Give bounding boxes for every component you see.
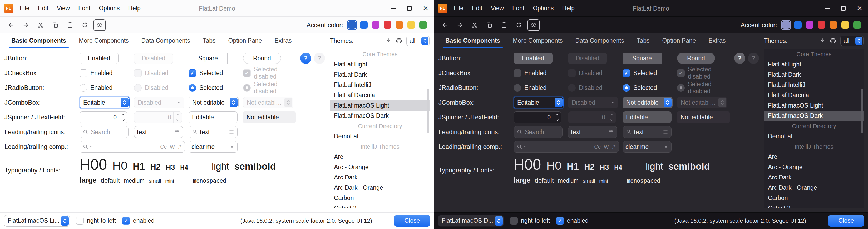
refresh-button[interactable] (79, 19, 91, 31)
menu-item[interactable]: Options (529, 0, 558, 16)
combobox-not-editable[interactable]: Not editable (189, 97, 239, 108)
clearable-input[interactable] (191, 143, 227, 150)
user-field[interactable] (623, 126, 672, 138)
close-window-button[interactable]: ✕ (851, 0, 868, 16)
download-theme-button[interactable] (385, 38, 392, 44)
back-button[interactable] (439, 19, 451, 31)
maximize-button[interactable] (401, 0, 417, 16)
menu-item[interactable]: Help (124, 0, 145, 16)
theme-list-item[interactable]: Cobalt 2 (764, 203, 864, 208)
right-to-left-checkbox[interactable]: ✓ right-to-left (76, 217, 116, 225)
theme-list-item[interactable]: DemoLaf (330, 131, 430, 142)
theme-list-item[interactable]: Core Themes (764, 49, 864, 59)
clearable-field[interactable] (189, 141, 238, 152)
search-input[interactable] (91, 128, 126, 136)
theme-list-item[interactable]: DemoLaf (764, 131, 864, 142)
theme-list-item[interactable]: FlatLaf macOS Light (330, 101, 430, 111)
tab[interactable]: Data Components (569, 33, 630, 48)
spinner[interactable] (514, 112, 561, 123)
accent-color-swatch[interactable] (794, 21, 802, 29)
square-button[interactable]: Square (189, 53, 227, 64)
menu-item[interactable]: Font (74, 0, 95, 16)
theme-list-item[interactable]: Arc (330, 152, 430, 162)
radio-selected[interactable]: Selected (623, 84, 657, 92)
user-input[interactable] (200, 128, 226, 136)
regex-toggle[interactable]: .* (612, 144, 616, 150)
chevron-up-down-icon[interactable] (121, 98, 128, 107)
paste-button[interactable] (498, 19, 510, 31)
menu-item[interactable]: File (450, 0, 468, 16)
accent-color-swatch[interactable] (419, 21, 427, 29)
theme-list-item[interactable]: Carbon (764, 193, 864, 203)
theme-list-item[interactable]: Arc - Orange (764, 162, 864, 172)
spinner[interactable] (80, 112, 127, 123)
menu-item[interactable]: Font (508, 0, 529, 16)
combobox-editable-input[interactable] (80, 99, 121, 106)
theme-list-item[interactable]: FlatLaf macOS Dark (764, 111, 864, 121)
forward-button[interactable] (454, 19, 466, 31)
scrollbar-thumb[interactable] (861, 89, 863, 133)
accent-color-swatch[interactable] (348, 21, 356, 29)
accent-color-swatch[interactable] (806, 21, 813, 29)
close-app-button[interactable]: Close (828, 215, 864, 227)
chevron-up-down-icon[interactable] (421, 37, 429, 45)
theme-list-item[interactable]: Cobalt 2 (330, 203, 430, 208)
theme-list-item[interactable]: FlatLaf Dark (764, 69, 864, 80)
theme-list-item[interactable]: FlatLaf Dark (330, 69, 430, 80)
search-with-options-field[interactable]: Cc W .* (80, 141, 185, 152)
menu-item[interactable]: View (487, 0, 508, 16)
theme-list-item[interactable]: FlatLaf Darcula (764, 90, 864, 101)
radio-selected[interactable]: Selected (189, 84, 223, 92)
user-field[interactable] (189, 126, 238, 138)
download-theme-button[interactable] (819, 38, 826, 44)
minimize-button[interactable] (385, 0, 401, 16)
round-button[interactable]: Round (243, 53, 281, 64)
date-field[interactable] (568, 126, 617, 138)
tab[interactable]: Tabs (630, 33, 656, 48)
accent-color-swatch[interactable] (782, 21, 790, 29)
spinner-up-button[interactable] (553, 112, 561, 117)
forward-button[interactable] (20, 19, 32, 31)
menu-item[interactable]: Help (558, 0, 579, 16)
search-with-options-field[interactable]: Cc W .* (514, 141, 619, 152)
themes-filter-combobox[interactable]: all (406, 35, 430, 46)
spinner-input[interactable] (80, 114, 119, 121)
cut-button[interactable] (34, 19, 46, 31)
theme-list-item[interactable]: FlatLaf macOS Dark (330, 111, 430, 121)
theme-list-item[interactable]: Core Themes (330, 49, 430, 59)
theme-list-item[interactable]: Current Directory (330, 121, 430, 131)
theme-list-item[interactable]: FlatLaf macOS Light (764, 101, 864, 111)
search-field[interactable] (80, 126, 128, 138)
date-input[interactable] (137, 128, 172, 136)
tab[interactable]: Extras (268, 33, 298, 48)
search-field[interactable] (514, 126, 562, 138)
checkbox-enabled[interactable]: ✓Enabled (80, 69, 113, 77)
menu-item[interactable]: Options (95, 0, 124, 16)
accent-color-swatch[interactable] (384, 21, 391, 29)
close-app-button[interactable]: Close (394, 215, 430, 227)
help-button[interactable]: ? (734, 53, 745, 64)
combobox-editable[interactable] (514, 97, 564, 108)
tab[interactable]: Basic Components (5, 33, 72, 48)
theme-list-item[interactable]: FlatLaf IntelliJ (764, 80, 864, 90)
tab[interactable]: Basic Components (439, 33, 506, 48)
theme-list-item[interactable]: FlatLaf Light (764, 59, 864, 69)
checkbox-enabled[interactable]: ✓Enabled (514, 69, 547, 77)
accent-color-swatch[interactable] (407, 21, 415, 29)
look-and-feel-combobox[interactable]: FlatLaf macOS D... (438, 215, 504, 227)
clearable-field[interactable] (623, 141, 672, 152)
refresh-button[interactable] (513, 19, 525, 31)
search-input[interactable] (525, 128, 560, 136)
enabled-checkbox[interactable]: ✓ enabled (556, 217, 589, 225)
close-window-button[interactable]: ✕ (417, 0, 434, 16)
combobox-not-editable[interactable]: Not editable (623, 97, 673, 108)
chevron-up-down-icon[interactable] (495, 216, 503, 226)
search-options-input[interactable] (529, 143, 591, 150)
match-case-toggle[interactable]: Cc (160, 144, 167, 150)
menu-item[interactable]: Edit (34, 0, 53, 16)
chevron-up-down-icon[interactable] (230, 98, 238, 107)
theme-list-item[interactable]: FlatLaf Light (330, 59, 430, 69)
enabled-button[interactable]: Enabled (80, 53, 119, 64)
theme-list-item[interactable]: IntelliJ Themes (330, 142, 430, 152)
editable-textfield[interactable] (189, 112, 238, 123)
